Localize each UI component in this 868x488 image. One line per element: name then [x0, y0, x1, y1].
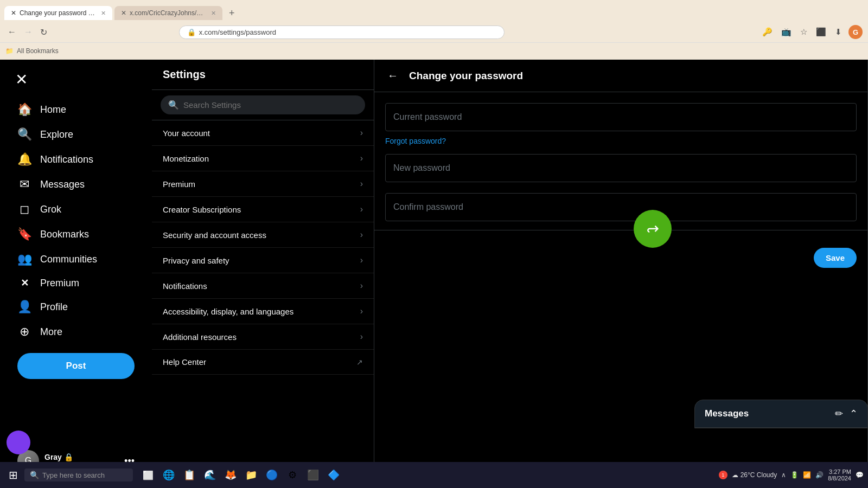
- password-title: Change your password: [409, 70, 523, 82]
- taskbar-clock[interactable]: 3:27 PM 8/8/2024: [828, 468, 851, 481]
- taskbar-teams[interactable]: 📋: [181, 466, 198, 484]
- start-button[interactable]: ⊞: [4, 465, 22, 485]
- taskbar-chrome2[interactable]: 🔵: [263, 466, 280, 484]
- wifi-icon: 📶: [803, 471, 811, 479]
- address-bar[interactable]: 🔒 x.com/settings/password: [179, 25, 505, 39]
- tab-close-1[interactable]: ✕: [101, 10, 106, 17]
- grok-icon: ◻: [17, 202, 31, 216]
- settings-item-creator-subscriptions[interactable]: Creator Subscriptions ›: [152, 197, 374, 222]
- search-input[interactable]: [183, 100, 358, 110]
- sidebar-item-messages[interactable]: ✉ Messages: [11, 172, 141, 197]
- accessibility-label: Accessibility, display, and languages: [163, 307, 293, 316]
- chevron-icon-3: ›: [360, 204, 363, 214]
- keys-icon[interactable]: 🔑: [760, 25, 775, 39]
- download-icon[interactable]: ⬇: [833, 25, 844, 39]
- taskbar-apps: ⬜ 🌐 📋 🌊 🦊 📁 🔵 ⚙ ⬛ 🔷: [139, 466, 342, 484]
- profile-icon: 👤: [17, 300, 31, 314]
- sidebar-item-notifications[interactable]: 🔔 Notifications: [11, 147, 141, 172]
- x-sidebar: ✕ 🏠 Home 🔍 Explore 🔔 Notifications ✉ Mes…: [0, 60, 152, 488]
- bookmarks-icon: 🔖: [17, 227, 31, 241]
- tab-close-2[interactable]: ✕: [211, 10, 216, 17]
- forward-button[interactable]: →: [22, 25, 35, 39]
- premium-label: Premium: [40, 278, 79, 289]
- chevron-icon-4: ›: [360, 230, 363, 240]
- taskbar-search-text: Type here to search: [42, 471, 105, 479]
- back-button[interactable]: ←: [5, 25, 18, 39]
- settings-item-security[interactable]: Security and account access ›: [152, 222, 374, 248]
- lock-icon: 🔒: [187, 28, 196, 36]
- sidebar-item-communities[interactable]: 👥 Communities: [11, 247, 141, 272]
- settings-item-accessibility[interactable]: Accessibility, display, and languages ›: [152, 299, 374, 324]
- screen-cast-icon[interactable]: 📺: [779, 25, 794, 39]
- messages-expand-icon[interactable]: ⌃: [850, 408, 858, 420]
- notifications-label: Notifications: [40, 154, 93, 165]
- sidebar-item-grok[interactable]: ◻ Grok: [11, 197, 141, 222]
- confirm-password-field-wrap: [385, 193, 857, 221]
- cursor-circle: ↩: [634, 210, 672, 248]
- chevron-icon-0: ›: [360, 128, 363, 138]
- forgot-password-link[interactable]: Forgot password?: [385, 131, 857, 154]
- settings-item-help[interactable]: Help Center ↗: [152, 350, 374, 375]
- taskbar-app-y[interactable]: 🔷: [325, 466, 342, 484]
- taskbar-firefox[interactable]: 🦊: [222, 466, 239, 484]
- taskbar-search-bar[interactable]: 🔍 Type here to search: [24, 468, 133, 481]
- messages-compose-icon[interactable]: ✏: [835, 408, 843, 420]
- premium-icon: ✕: [17, 277, 31, 289]
- taskbar-settings[interactable]: ⚙: [284, 466, 301, 484]
- sidebar-item-profile[interactable]: 👤 Profile: [11, 294, 141, 319]
- settings-item-premium[interactable]: Premium ›: [152, 171, 374, 197]
- sidebar-item-premium[interactable]: ✕ Premium: [11, 272, 141, 294]
- browser-profile[interactable]: G: [848, 25, 863, 39]
- sidebar-item-more[interactable]: ⊕ More: [11, 319, 141, 344]
- system-tray-up[interactable]: ∧: [781, 471, 786, 479]
- new-tab-button[interactable]: +: [225, 8, 239, 19]
- taskbar-edge[interactable]: 🌊: [201, 466, 219, 484]
- post-button[interactable]: Post: [17, 353, 135, 379]
- monetization-label: Monetization: [163, 154, 209, 163]
- messages-panel-header: Messages ✏ ⌃: [695, 400, 867, 428]
- settings-item-notifications[interactable]: Notifications ›: [152, 273, 374, 299]
- messages-panel-title: Messages: [705, 408, 749, 419]
- bookmark-star-icon[interactable]: ☆: [798, 25, 809, 39]
- settings-title: Settings: [152, 60, 374, 90]
- refresh-button[interactable]: ↻: [38, 25, 49, 40]
- sidebar-item-bookmarks[interactable]: 🔖 Bookmarks: [11, 222, 141, 247]
- tab-active[interactable]: ✕ Change your password / X ✕: [4, 6, 112, 20]
- creator-label: Creator Subscriptions: [163, 205, 241, 214]
- current-password-field-wrap: [385, 103, 857, 131]
- settings-item-monetization[interactable]: Monetization ›: [152, 146, 374, 171]
- settings-item-privacy[interactable]: Privacy and safety ›: [152, 248, 374, 273]
- save-button[interactable]: Save: [814, 248, 857, 268]
- messages-icon: ✉: [17, 177, 31, 191]
- taskbar-task-view[interactable]: ⬜: [139, 466, 157, 484]
- x-logo[interactable]: ✕: [15, 70, 141, 88]
- settings-item-additional[interactable]: Additional resources ›: [152, 324, 374, 350]
- sidebar-item-explore[interactable]: 🔍 Explore: [11, 122, 141, 147]
- settings-item-your-account[interactable]: Your account ›: [152, 120, 374, 146]
- sidebar-item-home[interactable]: 🏠 Home: [11, 97, 141, 122]
- taskbar-files[interactable]: 📁: [242, 466, 260, 484]
- current-password-input[interactable]: [385, 103, 857, 131]
- chevron-icon-6: ›: [360, 281, 363, 291]
- tab-title-2: x.com/CricCrazyJohns/status/1...: [130, 9, 206, 17]
- notification-center-icon[interactable]: 💬: [856, 471, 864, 479]
- search-icon: 🔍: [168, 100, 179, 110]
- new-password-input[interactable]: [385, 154, 857, 182]
- communities-icon: 👥: [17, 252, 31, 266]
- bookmarks-bar: 📁 All Bookmarks: [0, 42, 868, 59]
- privacy-label: Privacy and safety: [163, 256, 229, 265]
- extensions-icon[interactable]: ⬛: [814, 25, 828, 39]
- new-password-field-wrap: [385, 154, 857, 188]
- explore-label: Explore: [40, 129, 73, 140]
- settings-panel: Settings 🔍 Your account › Monetization ›…: [152, 60, 374, 488]
- taskbar-chrome[interactable]: 🌐: [160, 466, 177, 484]
- battery-icon: 🔋: [790, 471, 799, 479]
- back-arrow-button[interactable]: ←: [385, 67, 400, 84]
- additional-label: Additional resources: [163, 332, 237, 342]
- tab-inactive[interactable]: ✕ x.com/CricCrazyJohns/status/1... ✕: [114, 6, 222, 20]
- taskbar-app-x[interactable]: ⬛: [304, 466, 322, 484]
- notifications-icon: 🔔: [17, 152, 31, 166]
- home-label: Home: [40, 104, 66, 115]
- confirm-password-input[interactable]: [385, 193, 857, 221]
- taskbar-search-icon: 🔍: [30, 471, 39, 479]
